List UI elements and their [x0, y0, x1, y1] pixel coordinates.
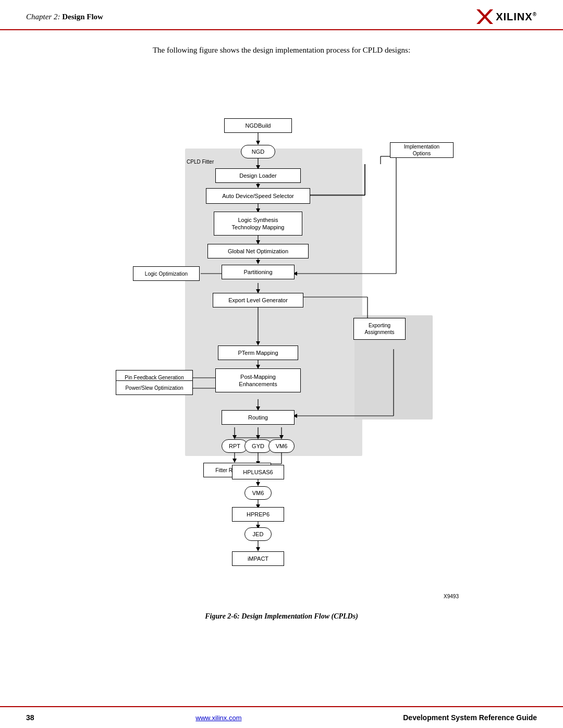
vm6-bottom-box: VM6: [244, 486, 272, 500]
svg-marker-13: [256, 184, 260, 188]
svg-marker-4: [256, 141, 260, 145]
page: Chapter 2: Design Flow XILINX® The follo…: [0, 0, 563, 728]
global-net-box: Global Net Optimization: [207, 244, 309, 258]
pterm-mapping-box: PTerm Mapping: [218, 346, 298, 360]
hprep6-box: HPREP6: [232, 507, 284, 522]
footer-title: Development System Reference Guide: [403, 713, 537, 722]
intro-paragraph: The following figure shows the design im…: [26, 46, 537, 55]
svg-marker-0: [476, 9, 493, 24]
ngdbuild-box: NGDBuild: [224, 118, 292, 133]
rpt-box: RPT: [222, 439, 248, 453]
hplusas6-box: HPLUSAS6: [232, 465, 284, 479]
gyd-box: GYD: [244, 439, 272, 453]
logic-opt-box: Logic Optimization: [133, 266, 200, 281]
cpld-fitter-label: CPLD Fitter: [187, 159, 214, 165]
export-level-box: Export Level Generator: [213, 293, 303, 307]
footer-link[interactable]: www.xilinx.com: [195, 714, 241, 722]
svg-marker-50: [279, 435, 284, 439]
svg-marker-65: [256, 547, 260, 551]
main-content: The following figure shows the design im…: [0, 30, 563, 706]
flowchart-diagram: NGDBuild NGD Implementation Options CPLD…: [104, 68, 459, 604]
vm6-top-box: VM6: [268, 439, 295, 453]
figure-caption: Figure 2-6: Design Implementation Flow (…: [26, 612, 537, 621]
svg-marker-59: [256, 482, 260, 486]
exporting-assign-box: Exporting Assignments: [353, 318, 406, 340]
page-footer: 38 www.xilinx.com Development System Ref…: [0, 706, 563, 728]
svg-marker-30: [256, 341, 260, 346]
ngd-box: NGD: [241, 145, 275, 158]
figure-id: X9493: [444, 594, 459, 599]
page-header: Chapter 2: Design Flow XILINX®: [0, 0, 563, 30]
logic-synth-box: Logic Synthesis Technology Mapping: [214, 212, 302, 236]
design-loader-box: Design Loader: [215, 168, 301, 183]
xilinx-logo: XILINX®: [476, 9, 537, 24]
svg-marker-46: [232, 435, 237, 439]
xilinx-name: XILINX®: [496, 11, 537, 23]
auto-device-box: Auto Device/Speed Selector: [206, 188, 310, 204]
partitioning-box: Partitioning: [222, 265, 295, 279]
xilinx-logo-icon: [476, 9, 493, 24]
svg-marker-53: [232, 459, 237, 463]
impact-box: iMPACT: [232, 551, 284, 566]
post-mapping-box: Post-Mapping Enhancements: [215, 368, 301, 392]
chapter-heading: Chapter 2: Design Flow: [26, 13, 103, 21]
impl-options-box: Implementation Options: [390, 142, 454, 158]
svg-marker-19: [256, 260, 260, 264]
diagram-container: NGDBuild NGD Implementation Options CPLD…: [26, 68, 537, 604]
page-number: 38: [26, 713, 34, 722]
routing-box: Routing: [222, 410, 295, 425]
svg-marker-48: [256, 435, 260, 439]
power-slew-box: Power/Slew Optimization: [116, 380, 193, 395]
jed-box: JED: [244, 527, 272, 541]
